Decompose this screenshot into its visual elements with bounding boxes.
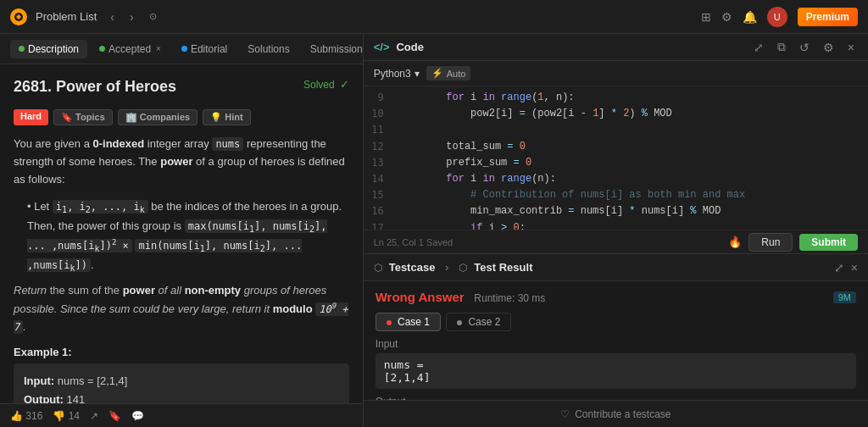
top-bar-right: ⊞ ⚙ 🔔 U Premium xyxy=(701,7,858,27)
language-selector[interactable]: Python3 ▾ xyxy=(374,68,420,80)
expand-button[interactable]: ⤢ xyxy=(834,261,844,274)
grid-icon[interactable]: ⊞ xyxy=(701,10,711,24)
lang-chevron: ▾ xyxy=(415,68,420,80)
nav-forward[interactable]: › xyxy=(125,8,139,25)
wrong-answer-label: Wrong Answer xyxy=(376,290,465,304)
problem-tags: Hard 🔖 Topics 🏢 Companies 💡 Hint xyxy=(14,109,349,125)
input-value: [2,1,4] xyxy=(384,371,431,384)
right-panel: </> Code ⤢ ⧉ ↺ ⚙ × Python3 ▾ ⚡ Auto xyxy=(364,34,868,427)
problem-bottom-bar: 👍 316 👎 14 ↗ 🔖 💬 xyxy=(0,403,363,427)
input-section: Input nums = [2,1,4] xyxy=(376,338,856,389)
code-header: </> Code ⤢ ⧉ ↺ ⚙ × xyxy=(364,34,868,61)
tab-description-dot xyxy=(19,46,25,52)
bookmark-icon[interactable]: 🔖 xyxy=(108,410,121,422)
submit-button[interactable]: Submit xyxy=(799,234,858,251)
solved-icon: ✓ xyxy=(340,78,349,91)
nav-back[interactable]: ‹ xyxy=(105,8,120,25)
code-editor[interactable]: 910111213 1415161718 1920212223 2425 for… xyxy=(364,86,868,230)
tab-description-label: Description xyxy=(28,43,79,55)
case2-tab[interactable]: Case 2 xyxy=(446,313,511,331)
topics-tag[interactable]: 🔖 Topics xyxy=(53,109,113,125)
share-icon[interactable]: ↗ xyxy=(90,410,98,422)
input-var-name: nums = xyxy=(384,358,424,371)
problem-list-title: Problem List xyxy=(36,10,97,23)
case1-dot xyxy=(387,320,392,325)
tab-accepted-close[interactable]: × xyxy=(156,44,161,53)
test-section: ⬡ Testcase › ⬡ Test Result ⤢ × Wrong Ans… xyxy=(364,254,868,427)
reset-btn[interactable]: ↺ xyxy=(796,39,813,56)
like-icon[interactable]: 👍 316 xyxy=(10,410,42,422)
bell-icon[interactable]: 🔔 xyxy=(743,10,757,24)
code-subheader: Python3 ▾ ⚡ Auto xyxy=(364,61,868,86)
code-content[interactable]: for i in range(1, n): pow2[i] = (pow2[i … xyxy=(391,86,868,230)
code-status: Ln 25, Col 1 Saved xyxy=(374,237,722,247)
hint-tag[interactable]: 💡 Hint xyxy=(203,109,250,125)
case1-tab[interactable]: Case 1 xyxy=(376,313,441,331)
problem-status: Solved ✓ xyxy=(303,78,349,91)
settings-icon[interactable]: ⚙ xyxy=(721,10,732,24)
contribute-button[interactable]: ♡ Contribute a testcase xyxy=(560,408,670,420)
settings-code-btn[interactable]: ⚙ xyxy=(820,39,837,56)
close-code-btn[interactable]: × xyxy=(844,39,858,56)
logo xyxy=(10,8,27,25)
memory-badge: 9M xyxy=(833,291,856,303)
tab-editorial-label: Editorial xyxy=(191,43,227,55)
auto-label: Auto xyxy=(447,69,466,79)
code-toolbar: ⤢ ⧉ ↺ ⚙ × xyxy=(431,38,858,56)
case2-label: Case 2 xyxy=(468,316,500,328)
left-panel: Description Accepted × Editorial Solutio… xyxy=(0,34,364,427)
test-result-icon: ⬡ xyxy=(459,262,467,274)
tab-editorial[interactable]: Editorial xyxy=(173,40,236,58)
test-toolbar: ⤢ × xyxy=(539,261,858,274)
run-button[interactable]: Run xyxy=(748,233,793,252)
premium-button[interactable]: Premium xyxy=(798,8,858,26)
problem-title: 2681. Power of Heroes xyxy=(14,78,176,96)
case1-label: Case 1 xyxy=(398,316,430,328)
input-label: Input xyxy=(376,338,856,350)
test-header: ⬡ Testcase › ⬡ Test Result ⤢ × xyxy=(364,254,868,281)
test-content: Wrong Answer Runtime: 30 ms 9M Case 1 Ca… xyxy=(364,281,868,400)
difficulty-tag[interactable]: Hard xyxy=(14,109,48,125)
tab-accepted-dot xyxy=(99,46,105,52)
nav-arrows: ‹ › ⊙ xyxy=(105,8,161,25)
problem-return: Return the sum of the power of all non-e… xyxy=(14,282,349,336)
dislike-icon[interactable]: 👎 14 xyxy=(53,410,80,422)
tab-accepted[interactable]: Accepted × xyxy=(91,40,170,58)
problem-description: You are given a 0-indexed integer array … xyxy=(14,136,349,188)
runtime-label: Runtime: 30 ms xyxy=(474,292,545,304)
tab-accepted-label: Accepted xyxy=(108,43,151,55)
line-numbers: 910111213 1415161718 1920212223 2425 xyxy=(364,86,391,230)
code-section: </> Code ⤢ ⧉ ↺ ⚙ × Python3 ▾ ⚡ Auto xyxy=(364,34,868,254)
tab-description[interactable]: Description xyxy=(10,40,87,58)
code-title: Code xyxy=(396,41,424,53)
testcase-title: Testcase xyxy=(389,261,436,274)
companies-tag[interactable]: 🏢 Companies xyxy=(118,109,198,125)
lightning-icon: ⚡ xyxy=(431,68,443,79)
case2-dot xyxy=(457,320,462,325)
copy-btn[interactable]: ⧉ xyxy=(774,38,789,56)
input-var: nums = [2,1,4] xyxy=(376,353,856,389)
tab-solutions[interactable]: Solutions xyxy=(239,40,298,58)
avatar: U xyxy=(767,7,787,27)
tab-submissions[interactable]: Submissions xyxy=(302,40,364,58)
comment-icon[interactable]: 💬 xyxy=(131,410,144,422)
solved-label: Solved xyxy=(303,79,335,91)
testcase-icon: ⬡ xyxy=(374,262,382,274)
code-footer: Ln 25, Col 1 Saved 🔥 Run Submit xyxy=(364,230,868,253)
contribute-label: Contribute a testcase xyxy=(575,408,670,420)
contribute-bar: ♡ Contribute a testcase xyxy=(364,400,868,427)
main-layout: Description Accepted × Editorial Solutio… xyxy=(0,34,868,427)
problem-bullet: • Let i1, i2, ..., ik be the indices of … xyxy=(27,198,349,275)
fullscreen-btn[interactable]: ⤢ xyxy=(750,39,767,56)
collapse-button[interactable]: × xyxy=(851,261,858,274)
fire-icon: 🔥 xyxy=(728,236,742,248)
language-label: Python3 xyxy=(374,68,411,80)
tab-solutions-label: Solutions xyxy=(248,43,289,55)
problem-tabs: Description Accepted × Editorial Solutio… xyxy=(0,34,363,64)
top-bar: Problem List ‹ › ⊙ ⊞ ⚙ 🔔 U Premium xyxy=(0,0,868,34)
case-tabs: Case 1 Case 2 xyxy=(376,313,856,331)
nav-share[interactable]: ⊙ xyxy=(144,8,162,25)
tab-editorial-dot xyxy=(181,46,187,52)
tab-submissions-label: Submissions xyxy=(310,43,364,55)
example1-title: Example 1: xyxy=(14,346,349,358)
